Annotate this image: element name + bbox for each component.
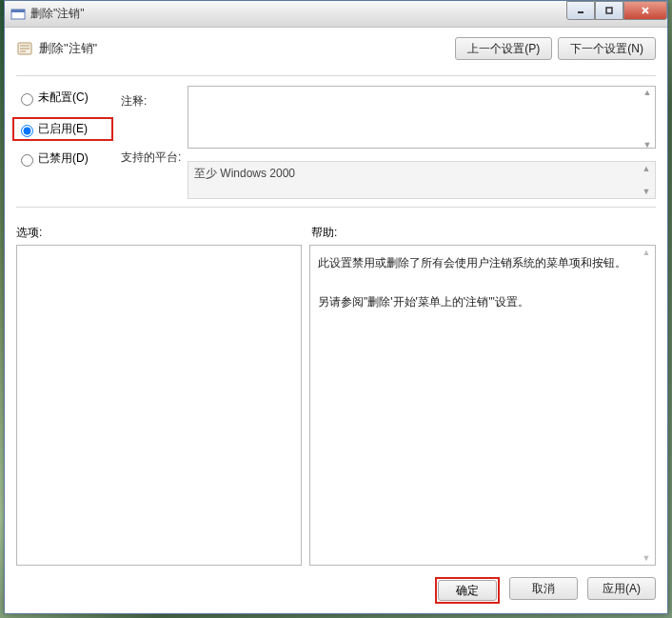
radio-enabled-input[interactable] xyxy=(21,125,33,137)
scroll-indicator: ▲▼ xyxy=(640,248,653,563)
radio-disabled-label: 已禁用(D) xyxy=(38,150,89,167)
svg-rect-3 xyxy=(606,8,612,13)
minimize-button[interactable] xyxy=(566,1,595,20)
radio-not-configured[interactable]: 未配置(C) xyxy=(16,90,121,106)
apply-button[interactable]: 应用(A) xyxy=(587,577,656,600)
radio-enabled-label: 已启用(E) xyxy=(38,121,88,137)
ok-button[interactable]: 确定 xyxy=(438,580,497,601)
svg-rect-1 xyxy=(11,10,25,12)
close-button[interactable] xyxy=(623,1,667,20)
comment-label: 注释: xyxy=(121,93,188,110)
fields-column: ▲▼ 至少 Windows 2000 ▲▼ xyxy=(188,86,656,199)
panels-row: 此设置禁用或删除了所有会使用户注销系统的菜单项和按钮。 另请参阅"删除'开始'菜… xyxy=(16,245,656,566)
radio-not-configured-label: 未配置(C) xyxy=(38,90,89,106)
help-label: 帮助: xyxy=(311,225,337,241)
maximize-button[interactable] xyxy=(595,1,623,20)
window-icon xyxy=(10,7,26,22)
cancel-button[interactable]: 取消 xyxy=(509,577,578,600)
radio-disabled-input[interactable] xyxy=(21,154,33,167)
radio-group: 未配置(C) 已启用(E) 已禁用(D) xyxy=(16,86,121,199)
field-labels: 注释: 支持的平台: xyxy=(121,86,188,199)
ok-highlight: 确定 xyxy=(435,577,500,604)
scroll-indicator: ▲▼ xyxy=(640,164,653,196)
titlebar[interactable]: 删除"注销" xyxy=(5,1,667,28)
policy-icon xyxy=(16,40,33,57)
supported-platform-box: 至少 Windows 2000 ▲▼ xyxy=(188,161,656,199)
supported-platform-text: 至少 Windows 2000 xyxy=(194,167,295,180)
radio-enabled[interactable]: 已启用(E) xyxy=(16,121,108,137)
config-row: 未配置(C) 已启用(E) 已禁用(D) 注释: 支持的平台: xyxy=(16,86,656,199)
separator xyxy=(16,207,656,208)
window-controls xyxy=(566,1,667,20)
help-line-1: 此设置禁用或删除了所有会使用户注销系统的菜单项和按钮。 xyxy=(318,253,636,272)
dialog-window: 删除"注销" 删除"注销" xyxy=(4,0,668,614)
help-text: 此设置禁用或删除了所有会使用户注销系统的菜单项和按钮。 另请参阅"删除'开始'菜… xyxy=(310,246,655,319)
nav-buttons: 上一个设置(P) 下一个设置(N) xyxy=(455,37,656,60)
content-area: 删除"注销" 上一个设置(P) 下一个设置(N) 未配置(C) 已启用(E) xyxy=(5,28,667,613)
separator xyxy=(16,75,656,76)
enabled-highlight: 已启用(E) xyxy=(12,117,113,141)
options-label: 选项: xyxy=(16,225,311,241)
window-title: 删除"注销" xyxy=(30,6,85,22)
help-line-2: 另请参阅"删除'开始'菜单上的'注销'"设置。 xyxy=(318,292,636,311)
next-setting-button[interactable]: 下一个设置(N) xyxy=(558,37,656,60)
radio-disabled[interactable]: 已禁用(D) xyxy=(16,150,121,167)
radio-not-configured-input[interactable] xyxy=(21,93,33,106)
footer-buttons: 确定 取消 应用(A) xyxy=(16,566,656,604)
header-row: 删除"注销" 上一个设置(P) 下一个设置(N) xyxy=(16,37,656,60)
policy-title: 删除"注销" xyxy=(39,40,455,57)
scroll-indicator: ▲▼ xyxy=(641,88,654,150)
options-panel xyxy=(16,245,302,566)
prev-setting-button[interactable]: 上一个设置(P) xyxy=(455,37,552,60)
supported-label: 支持的平台: xyxy=(121,150,188,166)
comment-textarea[interactable] xyxy=(188,86,656,149)
mid-labels: 选项: 帮助: xyxy=(16,225,656,241)
help-panel: 此设置禁用或删除了所有会使用户注销系统的菜单项和按钮。 另请参阅"删除'开始'菜… xyxy=(309,245,656,566)
